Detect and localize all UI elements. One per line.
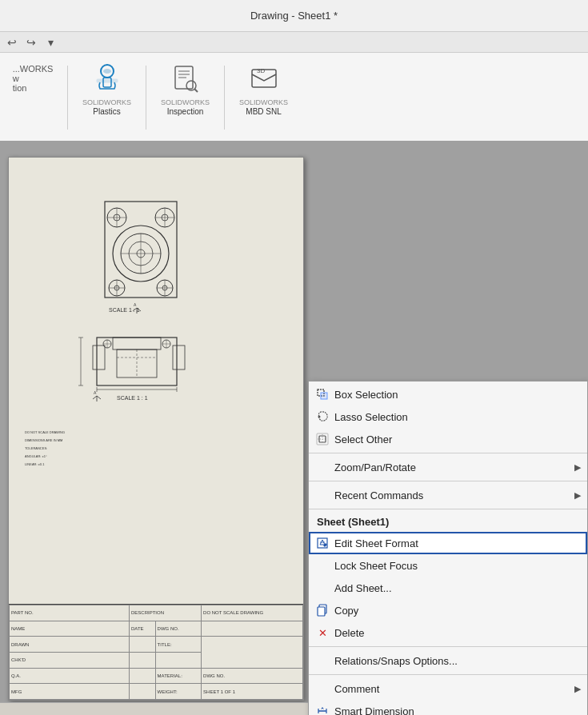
- lasso-selection-label: Lasso Selection: [334, 411, 408, 423]
- inspection-label: SOLIDWORKS Inspection: [161, 98, 210, 117]
- svg-point-71: [318, 416, 321, 418]
- menu-item-lasso-selection[interactable]: Lasso Selection: [309, 405, 587, 428]
- menu-item-comment[interactable]: Comment ▶: [309, 677, 587, 700]
- svg-point-1: [103, 69, 111, 74]
- canvas-area: SCALE 1 : 1 A: [0, 141, 588, 715]
- ribbon-group-previous: ...WORKSwtion: [6, 59, 59, 98]
- svg-text:DO NOT SCALE DRAWING: DO NOT SCALE DRAWING: [25, 430, 65, 434]
- svg-text:SCALE 1 : 1: SCALE 1 : 1: [117, 395, 148, 401]
- copy-icon: [315, 603, 330, 617]
- menu-item-smart-dimension[interactable]: Smart Dimension: [309, 700, 587, 715]
- ribbon-divider-1: [67, 66, 68, 130]
- inspection-icon: [170, 62, 202, 94]
- drawing-sheet: SCALE 1 : 1 A: [8, 157, 304, 701]
- add-sheet-label: Add Sheet...: [334, 582, 392, 594]
- svg-rect-78: [318, 607, 325, 616]
- relations-snaps-label: Relations/Snaps Options...: [334, 655, 458, 667]
- svg-rect-43: [93, 346, 105, 369]
- separator-1: [309, 453, 587, 453]
- svg-line-61: [93, 396, 97, 399]
- ribbon-group-mbd[interactable]: 3D SOLIDWORKS MBD SNL: [233, 59, 294, 120]
- ribbon-divider-3: [224, 66, 225, 130]
- delete-label: Delete: [334, 627, 365, 639]
- quick-access-toolbar: ↩ ↪ ▾: [0, 32, 588, 53]
- select-other-icon: [315, 432, 330, 446]
- box-selection-label: Box Selection: [334, 389, 398, 401]
- plastics-label: SOLIDWORKS Plastics: [82, 98, 131, 117]
- menu-item-delete[interactable]: ✕ Delete: [309, 621, 587, 644]
- separator-2: [309, 481, 587, 481]
- prev-icon: ...WORKSwtion: [13, 62, 53, 94]
- technical-drawing: SCALE 1 : 1 A: [17, 166, 289, 573]
- ribbon-tab-content: ...WORKSwtion SOLIDWORKS: [0, 56, 301, 139]
- title-text: Drawing - Sheet1 *: [250, 10, 338, 22]
- smart-dimension-label: Smart Dimension: [334, 705, 414, 716]
- plastics-icon: [91, 62, 123, 94]
- svg-text:TOLERANCES:: TOLERANCES:: [25, 446, 47, 450]
- lock-sheet-focus-icon: [315, 558, 330, 573]
- comment-label: Comment: [334, 683, 379, 695]
- add-sheet-icon: [315, 581, 330, 595]
- smart-dimension-icon: [315, 704, 330, 715]
- prev-icon-area: ...WORKSwtion: [13, 62, 53, 94]
- recent-commands-arrow-icon: ▶: [574, 490, 581, 501]
- recent-commands-label: Recent Commands: [334, 489, 423, 501]
- relations-snaps-icon: [315, 653, 330, 668]
- select-other-label: Select Other: [334, 433, 392, 445]
- svg-text:DIMENSIONS ARE IN MM: DIMENSIONS ARE IN MM: [25, 438, 62, 442]
- mbd-icon: 3D: [248, 62, 280, 94]
- mbd-label: SOLIDWORKS MBD SNL: [239, 98, 288, 117]
- svg-text:SCALE 1 : 1: SCALE 1 : 1: [109, 307, 140, 313]
- svg-text:ANGULAR: ±1°: ANGULAR: ±1°: [25, 454, 47, 458]
- menu-item-add-sheet[interactable]: Add Sheet...: [309, 577, 587, 599]
- ribbon-group-plastics[interactable]: SOLIDWORKS Plastics: [76, 59, 138, 120]
- svg-rect-70: [321, 393, 327, 399]
- separator-5: [309, 674, 587, 675]
- svg-rect-44: [173, 346, 185, 369]
- menu-item-box-selection[interactable]: Box Selection: [309, 383, 587, 405]
- svg-line-9: [194, 89, 198, 92]
- recent-commands-icon: [315, 488, 330, 502]
- menu-item-lock-sheet-focus[interactable]: Lock Sheet Focus: [309, 554, 587, 577]
- svg-text:3D: 3D: [257, 67, 265, 74]
- title-bar: Drawing - Sheet1 *: [0, 0, 588, 32]
- zoom-pan-arrow-icon: ▶: [574, 462, 581, 473]
- menu-item-copy[interactable]: Copy: [309, 599, 587, 621]
- copy-label: Copy: [334, 605, 358, 617]
- menu-item-recent-commands[interactable]: Recent Commands ▶: [309, 484, 587, 506]
- separator-3: [309, 509, 587, 509]
- svg-line-62: [97, 396, 101, 399]
- box-selection-icon: [315, 387, 330, 401]
- mbd-icon-area: 3D SOLIDWORKS MBD SNL: [239, 62, 288, 117]
- edit-sheet-format-label: Edit Sheet Format: [334, 537, 418, 549]
- menu-item-edit-sheet-format[interactable]: Edit Sheet Format: [309, 532, 587, 554]
- menu-item-zoom-pan-rotate[interactable]: Zoom/Pan/Rotate ▶: [309, 456, 587, 478]
- lock-sheet-focus-label: Lock Sheet Focus: [334, 560, 418, 572]
- inspection-icon-area: SOLIDWORKS Inspection: [161, 62, 210, 117]
- comment-icon: [315, 681, 330, 696]
- ribbon-divider-2: [146, 66, 146, 130]
- delete-icon: ✕: [315, 625, 330, 640]
- undo-button[interactable]: ↩: [3, 34, 21, 51]
- menu-section-sheet-header: Sheet (Sheet1): [309, 512, 587, 532]
- redo-button[interactable]: ↪: [22, 34, 40, 51]
- svg-text:LINEAR: ±0.1: LINEAR: ±0.1: [25, 462, 45, 466]
- lasso-selection-icon: [315, 409, 330, 424]
- zoom-pan-rotate-icon: [315, 460, 330, 474]
- context-menu: Box Selection Lasso Selection Select Oth…: [308, 381, 588, 715]
- menu-item-relations-snaps[interactable]: Relations/Snaps Options...: [309, 649, 587, 672]
- svg-text:A: A: [94, 390, 97, 395]
- svg-rect-41: [113, 338, 161, 350]
- sheet-header-label: Sheet (Sheet1): [317, 516, 389, 528]
- edit-sheet-format-icon: [315, 536, 330, 550]
- drawing-content: SCALE 1 : 1 A: [9, 158, 303, 700]
- plastics-icon-area: SOLIDWORKS Plastics: [82, 62, 131, 117]
- zoom-pan-rotate-label: Zoom/Pan/Rotate: [334, 461, 416, 473]
- svg-rect-3: [97, 79, 118, 82]
- separator-4: [309, 646, 587, 647]
- menu-item-select-other[interactable]: Select Other: [309, 428, 587, 450]
- qa-dropdown-button[interactable]: ▾: [42, 34, 59, 51]
- comment-arrow-icon: ▶: [574, 684, 581, 694]
- ribbon-group-inspection[interactable]: SOLIDWORKS Inspection: [154, 59, 216, 120]
- title-block: PART NO. DESCRIPTION DO NOT SCALE DRAWIN…: [9, 604, 303, 700]
